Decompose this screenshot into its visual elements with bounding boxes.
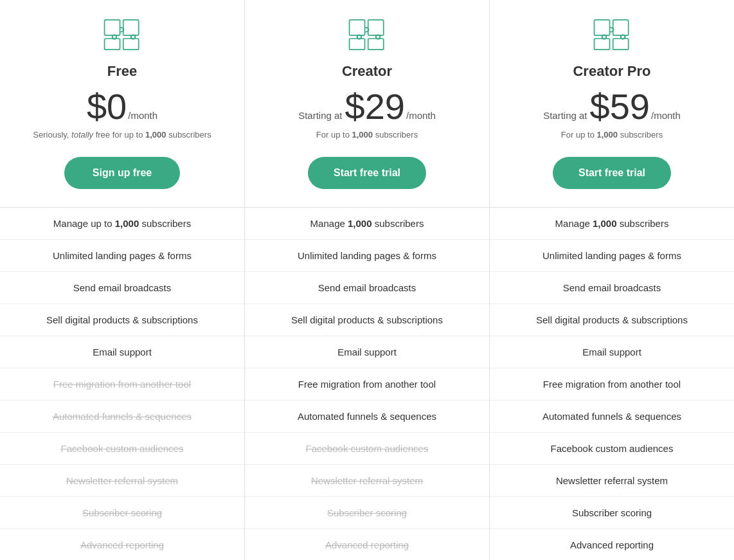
price-per-month: /month [406,110,436,121]
plan-name-creator: Creator [342,63,392,80]
feature-item-7: Facebook custom audiences [0,433,244,465]
feature-item-3: Sell digital products & subscriptions [0,304,244,336]
plan-col-creator: CreatorStarting at$29/monthFor up to 1,0… [245,0,490,560]
svg-rect-0 [105,20,120,35]
price-amount: $29 [345,89,405,125]
features-list-free: Manage up to 1,000 subscribersUnlimited … [0,208,244,561]
puzzle-icon-creator-pro [593,15,631,57]
puzzle-icon-free [103,15,141,57]
feature-item-6: Automated funnels & sequences [490,401,734,433]
feature-item-4: Email support [490,336,734,368]
feature-item-7: Facebook custom audiences [490,433,734,465]
svg-rect-7 [350,39,365,50]
price-per-month: /month [651,110,681,121]
feature-item-5: Free migration from another tool [490,368,734,401]
plan-name-creator-pro: Creator Pro [573,63,650,80]
svg-rect-5 [368,20,384,35]
feature-item-0: Manage up to 1,000 subscribers [0,208,244,240]
svg-rect-11 [595,39,610,50]
feature-item-6: Automated funnels & sequences [0,401,244,433]
plan-price-free: $0/month [87,89,157,125]
feature-item-0: Manage 1,000 subscribers [490,208,734,240]
feature-item-5: Free migration from another tool [245,368,489,401]
svg-rect-3 [105,39,120,50]
svg-rect-2 [123,39,139,50]
feature-item-10: Advanced reporting [490,529,734,561]
feature-item-9: Subscriber scoring [0,497,244,529]
plan-cta-button-free[interactable]: Sign up free [64,157,180,189]
feature-item-4: Email support [0,336,244,368]
feature-item-1: Unlimited landing pages & forms [490,240,734,272]
svg-rect-4 [350,20,365,35]
feature-item-0: Manage 1,000 subscribers [245,208,489,240]
feature-item-1: Unlimited landing pages & forms [245,240,489,272]
feature-item-7: Facebook custom audiences [245,433,489,465]
price-per-month: /month [128,110,157,121]
feature-item-3: Sell digital products & subscriptions [245,304,489,336]
plan-cta-button-creator[interactable]: Start free trial [308,157,426,189]
feature-item-10: Advanced reporting [0,529,244,561]
feature-item-5: Free migration from another tool [0,368,244,401]
puzzle-icon-creator [348,15,386,57]
feature-item-10: Advanced reporting [245,529,489,561]
feature-item-3: Sell digital products & subscriptions [490,304,734,336]
feature-item-4: Email support [245,336,489,368]
plan-price-creator-pro: Starting at$59/month [543,89,681,125]
feature-item-1: Unlimited landing pages & forms [0,240,244,272]
plan-price-creator: Starting at$29/month [298,89,436,125]
price-amount: $59 [590,89,650,125]
plan-col-creator-pro: Creator ProStarting at$59/monthFor up to… [490,0,734,560]
price-starting-label: Starting at [298,110,342,121]
price-amount: $0 [87,89,127,125]
feature-item-9: Subscriber scoring [245,497,489,529]
feature-item-8: Newsletter referral system [490,465,734,497]
svg-rect-6 [368,39,384,50]
svg-rect-10 [613,39,629,50]
price-starting-label: Starting at [543,110,587,121]
svg-rect-8 [595,20,610,35]
plan-header-creator-pro: Creator ProStarting at$59/monthFor up to… [490,0,734,208]
feature-item-2: Send email broadcasts [245,272,489,304]
pricing-table: Free$0/monthSeriously, totally free for … [0,0,734,560]
feature-item-8: Newsletter referral system [0,465,244,497]
plan-subtitle-creator: For up to 1,000 subscribers [316,129,418,141]
plan-subtitle-free: Seriously, totally free for up to 1,000 … [33,129,211,141]
plan-name-free: Free [107,63,137,80]
feature-item-2: Send email broadcasts [0,272,244,304]
plan-header-creator: CreatorStarting at$29/monthFor up to 1,0… [245,0,489,208]
features-list-creator-pro: Manage 1,000 subscribersUnlimited landin… [490,208,734,561]
feature-item-2: Send email broadcasts [490,272,734,304]
features-list-creator: Manage 1,000 subscribersUnlimited landin… [245,208,489,561]
plan-subtitle-creator-pro: For up to 1,000 subscribers [561,129,663,141]
svg-rect-1 [123,20,139,35]
feature-item-6: Automated funnels & sequences [245,401,489,433]
plan-header-free: Free$0/monthSeriously, totally free for … [0,0,244,208]
svg-rect-9 [613,20,629,35]
feature-item-9: Subscriber scoring [490,497,734,529]
feature-item-8: Newsletter referral system [245,465,489,497]
plan-cta-button-creator-pro[interactable]: Start free trial [553,157,671,189]
plan-col-free: Free$0/monthSeriously, totally free for … [0,0,245,560]
